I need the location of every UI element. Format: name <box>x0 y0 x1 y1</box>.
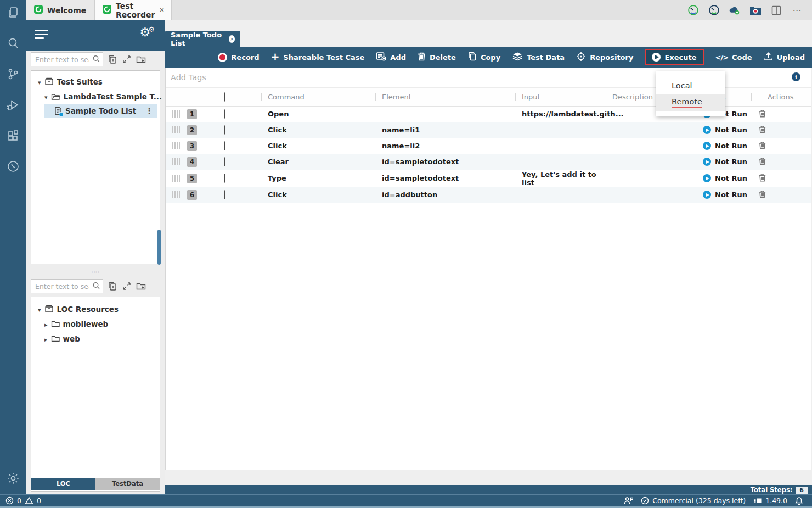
expand-all-icon[interactable] <box>121 54 132 65</box>
delete-step-icon[interactable] <box>759 125 766 133</box>
menu-hamburger-icon[interactable] <box>35 30 48 41</box>
select-all-checkbox[interactable] <box>224 92 225 102</box>
delete-step-icon[interactable] <box>759 109 766 118</box>
search-icon[interactable] <box>6 36 20 51</box>
tab-testdata[interactable]: TestData <box>95 478 160 490</box>
delete-step-icon[interactable] <box>759 174 766 182</box>
item-menu-kebab-icon[interactable] <box>145 107 153 115</box>
expand-all-icon[interactable] <box>121 281 132 292</box>
delete-button[interactable]: Delete <box>418 52 456 63</box>
tree-item-loc-resources[interactable]: LOC Resources <box>31 302 160 316</box>
cell-command[interactable]: Click <box>261 122 375 138</box>
problems-summary[interactable]: 0 0 <box>0 496 41 505</box>
run-step-play-icon[interactable] <box>703 191 711 199</box>
cell-input[interactable] <box>515 138 606 154</box>
upload-button[interactable]: Upload <box>764 52 805 63</box>
cell-description[interactable] <box>606 154 696 170</box>
cell-input[interactable] <box>515 122 606 138</box>
cell-command[interactable]: Clear <box>261 154 375 170</box>
split-editor-icon[interactable] <box>770 4 782 16</box>
table-row[interactable]: 4 Clear id=sampletodotext Not Run <box>166 154 811 170</box>
explorer-files-icon[interactable] <box>6 5 20 20</box>
panel-resize-handle[interactable] <box>31 267 160 274</box>
cell-input[interactable] <box>515 187 606 203</box>
drag-handle[interactable] <box>172 175 181 182</box>
settings-gear-icon[interactable] <box>6 471 20 485</box>
tab-test-recorder[interactable]: Test Recorder <box>95 0 172 20</box>
tree-item-web[interactable]: web <box>31 331 160 346</box>
row-checkbox[interactable] <box>224 157 225 166</box>
delete-step-icon[interactable] <box>759 157 766 165</box>
doc-tab-close-icon[interactable] <box>229 35 235 43</box>
row-checkbox[interactable] <box>224 190 225 199</box>
dropdown-item-remote[interactable]: Remote <box>656 94 725 111</box>
execute-button[interactable]: Execute <box>645 49 703 65</box>
tree-item-sample-todo-list[interactable]: Sample Todo List <box>44 104 157 118</box>
row-checkbox[interactable] <box>224 125 225 135</box>
repository-button[interactable]: Repository <box>576 52 633 63</box>
record-button[interactable]: Record <box>218 53 259 62</box>
cell-element[interactable]: name=li1 <box>375 122 515 138</box>
drag-handle[interactable] <box>172 142 181 149</box>
caret-right-icon[interactable] <box>44 334 48 343</box>
more-actions-icon[interactable] <box>791 4 803 16</box>
cell-element[interactable]: id=addbutton <box>375 187 515 203</box>
shareable-test-case-button[interactable]: Shareable Test Case <box>271 53 365 62</box>
cell-command[interactable]: Open <box>261 106 375 122</box>
dashboard-gauge-icon[interactable] <box>708 4 720 16</box>
duplicate-resource-icon[interactable] <box>107 281 117 292</box>
cell-description[interactable] <box>606 170 696 187</box>
tree-item-mobileweb[interactable]: mobileweb <box>31 316 160 331</box>
settings-gears-icon[interactable] <box>140 25 157 39</box>
extensions-icon[interactable] <box>6 129 20 143</box>
run-debug-icon[interactable] <box>6 98 20 112</box>
cell-command[interactable]: Click <box>261 187 375 203</box>
sidebar-scrollbar-thumb[interactable] <box>157 230 161 265</box>
run-step-play-icon[interactable] <box>703 174 711 182</box>
cell-element[interactable]: id=sampletodotext <box>375 170 515 187</box>
close-tab-icon[interactable] <box>160 7 165 14</box>
feedback-person-icon[interactable] <box>624 496 633 505</box>
delete-step-icon[interactable] <box>759 141 766 149</box>
cell-element[interactable]: name=li2 <box>375 138 515 154</box>
tree-item-suite-folder[interactable]: LambdaTest Sample T... <box>31 89 160 104</box>
cell-input[interactable]: Yey, Let's add it to list <box>515 170 606 187</box>
caret-down-icon[interactable] <box>38 77 41 86</box>
test-data-button[interactable]: Test Data <box>512 52 565 63</box>
license-status[interactable]: Commercial (325 days left) <box>641 496 746 505</box>
drag-handle[interactable] <box>172 110 181 118</box>
folder-record-icon[interactable] <box>749 4 762 16</box>
doc-tab-sample-todo-list[interactable]: Sample Todo List <box>165 31 240 47</box>
add-button[interactable]: Add <box>376 52 406 63</box>
tab-loc[interactable]: LOC <box>31 478 95 490</box>
new-folder-icon[interactable] <box>136 54 146 65</box>
cloud-add-icon[interactable] <box>729 4 741 16</box>
cell-command[interactable]: Type <box>261 170 375 187</box>
drag-handle[interactable] <box>172 158 181 165</box>
cell-input[interactable] <box>515 154 606 170</box>
version-status[interactable]: 1.49.0 <box>753 496 787 505</box>
delete-step-icon[interactable] <box>759 190 766 198</box>
notifications-bell-icon[interactable] <box>795 496 803 505</box>
info-icon[interactable] <box>792 72 800 81</box>
run-step-play-icon[interactable] <box>703 158 711 166</box>
dashboard-gauge-green-icon[interactable] <box>687 4 699 16</box>
cell-input[interactable]: https://lambdatest.gith... <box>515 106 606 122</box>
caret-down-icon[interactable] <box>44 92 48 101</box>
cell-command[interactable]: Click <box>261 138 375 154</box>
cell-description[interactable] <box>606 122 696 138</box>
copy-button[interactable]: Copy <box>467 52 500 63</box>
run-step-play-icon[interactable] <box>703 142 711 150</box>
source-control-icon[interactable] <box>6 67 20 81</box>
tree-item-test-suites[interactable]: Test Suites <box>31 74 160 89</box>
new-folder-icon[interactable] <box>136 281 146 292</box>
caret-down-icon[interactable] <box>38 305 41 314</box>
cell-description[interactable] <box>606 187 696 203</box>
row-checkbox[interactable] <box>224 109 225 119</box>
tab-welcome[interactable]: Welcome <box>26 0 95 20</box>
code-button[interactable]: Code <box>715 53 752 62</box>
cell-element[interactable]: id=sampletodotext <box>375 154 515 170</box>
duplicate-suite-icon[interactable] <box>107 54 117 65</box>
drag-handle[interactable] <box>172 191 181 198</box>
cell-element[interactable] <box>375 106 515 122</box>
